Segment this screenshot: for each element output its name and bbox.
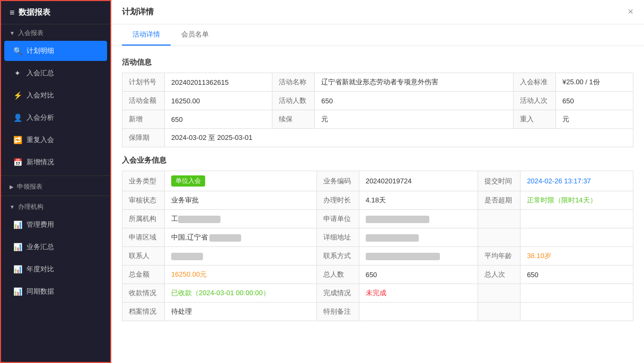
label-total-times: 总人次 <box>478 265 521 284</box>
section-activity-info-title: 活动信息 <box>122 58 633 67</box>
value-coverage-period: 2024-03-02 至 2025-03-01 <box>165 129 633 147</box>
table-row: 审核状态 业务审批 办理时长 4.18天 是否超期 正常时限（限时14天） <box>122 191 633 210</box>
search-icon: 🔍 <box>13 47 22 55</box>
sidebar-item-same-period[interactable]: 📊 同期数据 <box>4 281 107 302</box>
table-row: 业务类型 单位入会 业务编码 202402019724 提交时间 2024-02… <box>122 171 633 191</box>
label-review-status: 审核状态 <box>122 191 165 210</box>
label-empty-3 <box>478 284 521 303</box>
sidebar-item-label: 入会分析 <box>27 113 54 122</box>
label-special-note: 特别备注 <box>316 303 359 321</box>
main-content: 计划详情 × 活动详情 会员名单 活动信息 计划书号 2024020113626… <box>111 0 644 363</box>
value-new-add: 650 <box>165 110 272 129</box>
label-empty-2 <box>478 228 521 247</box>
value-empty-4 <box>521 303 633 321</box>
label-new-add: 新增 <box>122 110 165 129</box>
label-coverage-period: 保障期 <box>122 129 165 147</box>
section-apply-label: 申领报表 <box>17 182 42 191</box>
value-avg-age: 38.10岁 <box>521 247 633 265</box>
modal-title: 计划详情 <box>122 7 154 17</box>
value-total-amount: 16250.00元 <box>165 265 317 284</box>
section-org-label: 办理机构 <box>18 202 43 211</box>
value-plan-no: 202402011362615 <box>165 73 272 92</box>
compare-icon: ⚡ <box>13 91 22 100</box>
value-review-status: 业务审批 <box>165 191 317 210</box>
sidebar-item-plan-detail[interactable]: 🔍 计划明细 <box>4 41 107 61</box>
value-empty-1 <box>521 210 633 228</box>
sidebar-item-join-analysis[interactable]: 👤 入会分析 <box>4 108 107 128</box>
value-contact <box>165 247 317 265</box>
value-activity-amount: 16250.00 <box>165 92 272 110</box>
value-renewal: 元 <box>315 110 514 129</box>
sidebar-item-label: 入会对比 <box>27 91 54 100</box>
label-empty-4 <box>478 303 521 321</box>
filter-icon: ≡ <box>10 8 14 17</box>
label-empty-1 <box>478 210 521 228</box>
label-handle-duration: 办理时长 <box>316 191 359 210</box>
table-row: 收款情况 已收款（2024-03-01 00:00:00） 完成情况 未完成 <box>122 284 633 303</box>
sidebar-item-manage-fee[interactable]: 📊 管理费用 <box>4 215 107 235</box>
table-row: 新增 650 续保 元 重入 元 <box>122 110 633 129</box>
label-activity-people: 活动人数 <box>272 92 315 110</box>
label-submit-time: 提交时间 <box>478 171 521 191</box>
badge-unit-join: 单位入会 <box>171 175 205 187</box>
label-apply-area: 申请区域 <box>122 228 165 247</box>
activity-info-table: 计划书号 202402011362615 活动名称 辽宁省新就业形态劳动者专项意… <box>122 73 633 147</box>
bar-icon-2: 📊 <box>13 243 22 251</box>
biz-info-table: 业务类型 单位入会 业务编码 202402019724 提交时间 2024-02… <box>122 171 633 321</box>
label-biz-code: 业务编码 <box>316 171 359 191</box>
sidebar-item-join-compare[interactable]: ⚡ 入会对比 <box>4 85 107 105</box>
sidebar-divider-1 <box>1 175 110 176</box>
sidebar-item-label: 同期数据 <box>27 287 54 296</box>
value-apply-unit <box>359 210 478 228</box>
value-activity-times: 650 <box>556 92 633 110</box>
table-row: 保障期 2024-03-02 至 2025-03-01 <box>122 129 633 147</box>
sidebar-item-repeat-join[interactable]: 🔁 重复入会 <box>4 130 107 150</box>
value-total-times: 650 <box>521 265 633 284</box>
sidebar-item-new-situation[interactable]: 📅 新增情况 <box>4 152 107 172</box>
value-biz-code: 202402019724 <box>359 171 478 191</box>
value-is-overdue: 正常时限（限时14天） <box>521 191 633 210</box>
label-completion: 完成情况 <box>316 284 359 303</box>
sidebar: ≡ 数据报表 ▼ 入会报表 🔍 计划明细 ✦ 入会汇总 ⚡ 入会对比 👤 入会分… <box>0 0 111 363</box>
blurred-contact <box>171 253 203 260</box>
label-rejoin: 重入 <box>514 110 556 129</box>
analysis-icon: 👤 <box>13 113 22 122</box>
blurred-apply-unit <box>366 216 429 223</box>
sidebar-item-label: 年度对比 <box>27 264 54 274</box>
value-special-note <box>359 303 478 321</box>
sidebar-section-org: ▼ 办理机构 <box>1 198 110 214</box>
section-biz-info-title: 入会业务信息 <box>122 156 633 165</box>
sidebar-item-join-summary[interactable]: ✦ 入会汇总 <box>4 63 107 83</box>
value-empty-2 <box>521 228 633 247</box>
label-archive: 档案情况 <box>122 303 165 321</box>
table-row: 申请区域 中国,辽宁省 详细地址 <box>122 228 633 247</box>
value-activity-people: 650 <box>315 92 514 110</box>
value-completion: 未完成 <box>359 284 478 303</box>
value-biz-type: 单位入会 <box>165 171 317 191</box>
tab-activity-detail[interactable]: 活动详情 <box>122 24 171 46</box>
label-apply-unit: 申请单位 <box>316 210 359 228</box>
label-total-people: 总人数 <box>316 265 359 284</box>
calendar-icon: 📅 <box>13 158 22 166</box>
sidebar-section-join: ▼ 入会报表 <box>1 24 110 40</box>
arrow-icon-2: ▶ <box>10 184 14 190</box>
blurred-contact-method <box>366 253 440 260</box>
label-renewal: 续保 <box>272 110 315 129</box>
label-is-overdue: 是否超期 <box>478 191 521 210</box>
table-row: 计划书号 202402011362615 活动名称 辽宁省新就业形态劳动者专项意… <box>122 73 633 92</box>
modal-plan-detail: 计划详情 × 活动详情 会员名单 活动信息 计划书号 2024020113626… <box>111 0 644 363</box>
modal-close-button[interactable]: × <box>628 6 633 17</box>
label-payment: 收款情况 <box>122 284 165 303</box>
modal-body: 活动信息 计划书号 202402011362615 活动名称 辽宁省新就业形态劳… <box>111 46 644 363</box>
blurred-address <box>366 234 419 242</box>
label-plan-no: 计划书号 <box>122 73 165 92</box>
arrow-icon-3: ▼ <box>10 204 15 210</box>
value-payment: 已收款（2024-03-01 00:00:00） <box>165 284 317 303</box>
sidebar-item-label: 业务汇总 <box>27 242 54 252</box>
plus-icon: ✦ <box>13 69 22 77</box>
sidebar-item-label: 计划明细 <box>27 46 54 56</box>
sidebar-item-biz-summary[interactable]: 📊 业务汇总 <box>4 237 107 257</box>
tab-member-list[interactable]: 会员名单 <box>171 24 219 46</box>
value-apply-area: 中国,辽宁省 <box>165 228 317 247</box>
sidebar-item-year-compare[interactable]: 📊 年度对比 <box>4 259 107 279</box>
